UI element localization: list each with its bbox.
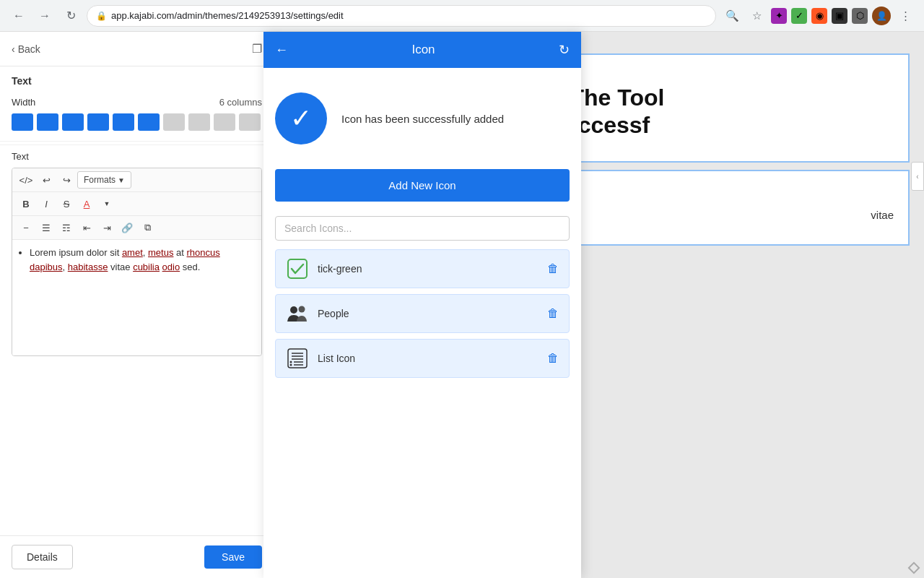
profile-avatar[interactable]: 👤 xyxy=(872,7,891,25)
icon-panel-back-button[interactable]: ← xyxy=(275,43,288,58)
tick-green-label: tick-green xyxy=(318,263,362,275)
bookmark-button[interactable]: ☆ xyxy=(746,6,767,26)
text-color-dropdown-button[interactable]: ▼ xyxy=(97,195,116,212)
url-text: app.kajabi.com/admin/themes/2149253913/s… xyxy=(111,10,344,21)
column-block-7[interactable] xyxy=(163,113,185,131)
main-area: ‹ Back ❐ Text Width 6 columns xyxy=(0,32,924,578)
column-block-2[interactable] xyxy=(37,113,58,131)
text-content-area[interactable]: Lorem ipsum dolor sit amet, metus at rho… xyxy=(12,240,261,355)
minus-button[interactable]: − xyxy=(17,219,35,236)
column-block-5[interactable] xyxy=(113,113,134,131)
strikethrough-button[interactable]: S xyxy=(57,195,76,212)
extension-dark-icon: ▣ xyxy=(832,8,847,24)
undo-button[interactable]: ↩ xyxy=(37,171,56,189)
text-toolbar: </> ↩ ↪ Formats ▼ B I S A ▼ xyxy=(12,168,262,356)
people-label: People xyxy=(318,308,349,319)
back-nav-button[interactable]: ← xyxy=(9,6,29,26)
svg-point-2 xyxy=(299,306,305,313)
column-block-3[interactable] xyxy=(62,113,84,131)
column-block-8[interactable] xyxy=(188,113,210,131)
indent-right-button[interactable]: ⇥ xyxy=(97,219,116,236)
back-button[interactable]: ‹ Back xyxy=(12,43,40,55)
success-message: Icon has been successfully added xyxy=(341,111,504,126)
link-metus[interactable]: metus xyxy=(148,247,173,258)
list-item-list-icon[interactable]: List Icon 🗑 xyxy=(275,339,570,378)
delete-tick-green-button[interactable]: 🗑 xyxy=(547,262,559,275)
icon-panel-refresh-button[interactable]: ↻ xyxy=(559,42,570,58)
search-browser-button[interactable]: 🔍 xyxy=(722,6,742,26)
refresh-nav-button[interactable]: ↻ xyxy=(61,6,81,26)
tick-green-thumbnail xyxy=(286,257,309,280)
width-header: Width 6 columns xyxy=(12,97,262,108)
divider-1 xyxy=(0,141,274,142)
italic-button[interactable]: I xyxy=(37,195,56,212)
width-value: 6 columns xyxy=(219,97,262,108)
sidebar-title: Text xyxy=(0,66,274,90)
formats-chevron-icon: ▼ xyxy=(118,176,125,184)
browser-actions: 🔍 ☆ ✦ ✓ ◉ ▣ ⬡ 👤 ⋮ xyxy=(722,6,915,26)
icon-list-left-list-icon: List Icon xyxy=(286,347,355,370)
extension-color-icon: ◉ xyxy=(811,8,827,24)
people-thumbnail xyxy=(286,302,309,325)
delete-list-icon-button[interactable]: 🗑 xyxy=(547,352,559,365)
icon-panel-body: ✓ Icon has been successfully added Add N… xyxy=(263,68,581,578)
redo-button[interactable]: ↪ xyxy=(57,171,76,189)
extension-puzzle-icon: ⬡ xyxy=(852,8,868,24)
delete-people-button[interactable]: 🗑 xyxy=(547,307,559,320)
sidebar-header: ‹ Back ❐ xyxy=(0,32,274,66)
tick-green-icon xyxy=(287,259,308,279)
link-button[interactable]: 🔗 xyxy=(118,219,136,236)
forward-nav-button[interactable]: → xyxy=(35,6,55,26)
link-amet[interactable]: amet xyxy=(122,247,143,258)
svg-point-9 xyxy=(290,364,292,366)
column-block-6[interactable] xyxy=(138,113,160,131)
width-label: Width xyxy=(12,97,35,108)
link-cubilia[interactable]: cubilia xyxy=(133,262,160,272)
more-menu-button[interactable]: ⋮ xyxy=(895,6,915,26)
column-block-10[interactable] xyxy=(239,113,261,131)
text-color-button[interactable]: A xyxy=(77,195,96,212)
list-item-tick-green[interactable]: tick-green 🗑 xyxy=(275,249,570,288)
search-icons-input[interactable] xyxy=(275,216,570,241)
toolbar-row-3: − ☰ ☶ ⇤ ⇥ 🔗 ⧉ xyxy=(12,216,261,240)
icon-panel-header: ← Icon ↻ xyxy=(263,32,581,68)
formats-dropdown[interactable]: Formats ▼ xyxy=(77,171,131,189)
success-circle-icon: ✓ xyxy=(275,92,327,144)
link-odio[interactable]: odio xyxy=(162,262,180,272)
formats-label: Formats xyxy=(84,175,116,185)
external-link-button[interactable]: ❐ xyxy=(252,42,262,56)
toolbar-row-1: </> ↩ ↪ Formats ▼ xyxy=(12,168,261,192)
add-new-icon-button[interactable]: Add New Icon xyxy=(275,169,570,202)
code-button[interactable]: </> xyxy=(17,171,35,189)
address-bar[interactable]: 🔒 app.kajabi.com/admin/themes/2149253913… xyxy=(87,5,716,27)
sidebar-footer: Details Save xyxy=(0,535,274,578)
text-section-label: Text xyxy=(12,151,262,162)
toolbar-row-2: B I S A ▼ xyxy=(12,192,261,216)
vitae-text: vitae xyxy=(871,207,894,224)
people-icon xyxy=(287,303,308,324)
save-button[interactable]: Save xyxy=(204,545,262,569)
column-block-1[interactable] xyxy=(12,113,33,131)
fullscreen-button[interactable]: ⧉ xyxy=(138,219,157,236)
back-arrow-icon: ‹ xyxy=(12,43,15,55)
extension-check-icon: ✓ xyxy=(791,8,807,24)
link-habitasse[interactable]: habitasse xyxy=(68,262,108,272)
diamond-decoration xyxy=(908,562,920,574)
indent-left-button[interactable]: ⇤ xyxy=(77,219,96,236)
ordered-list-button[interactable]: ☶ xyxy=(57,219,76,236)
svg-point-7 xyxy=(290,361,292,363)
list-icon-thumbnail xyxy=(286,347,309,370)
left-sidebar: ‹ Back ❐ Text Width 6 columns xyxy=(0,32,274,578)
extension-purple-icon: ✦ xyxy=(771,8,787,24)
bold-button[interactable]: B xyxy=(17,195,35,212)
details-button[interactable]: Details xyxy=(12,545,73,569)
list-item-people[interactable]: People 🗑 xyxy=(275,294,570,333)
check-mark-icon: ✓ xyxy=(290,103,312,134)
column-block-4[interactable] xyxy=(87,113,109,131)
list-icon-label: List Icon xyxy=(318,353,355,364)
icon-list-left-tick-green: tick-green xyxy=(286,257,362,280)
column-block-9[interactable] xyxy=(214,113,235,131)
text-editor-section: Text </> ↩ ↪ Formats ▼ B I S A xyxy=(0,144,274,362)
browser-bar: ← → ↻ 🔒 app.kajabi.com/admin/themes/2149… xyxy=(0,0,924,32)
unordered-list-button[interactable]: ☰ xyxy=(37,219,56,236)
